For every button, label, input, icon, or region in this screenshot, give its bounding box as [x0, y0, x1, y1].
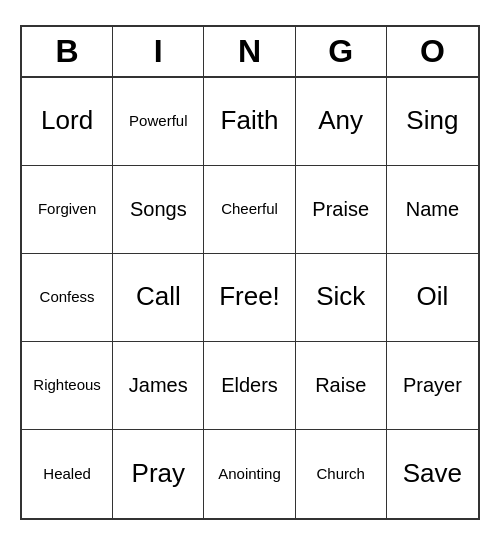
- bingo-cell: Confess: [22, 254, 113, 342]
- cell-text: Praise: [312, 197, 369, 221]
- bingo-cell: Call: [113, 254, 204, 342]
- bingo-cell: Name: [387, 166, 478, 254]
- header-letter: I: [113, 27, 204, 76]
- bingo-cell: Save: [387, 430, 478, 518]
- cell-text: Forgiven: [38, 200, 96, 218]
- bingo-cell: Pray: [113, 430, 204, 518]
- cell-text: Powerful: [129, 112, 187, 130]
- bingo-cell: Elders: [204, 342, 295, 430]
- bingo-cell: Lord: [22, 78, 113, 166]
- cell-text: Free!: [219, 281, 280, 312]
- cell-text: Sing: [406, 105, 458, 136]
- bingo-grid: LordPowerfulFaithAnySingForgivenSongsChe…: [22, 78, 478, 518]
- bingo-cell: James: [113, 342, 204, 430]
- cell-text: Anointing: [218, 465, 281, 483]
- cell-text: Any: [318, 105, 363, 136]
- cell-text: James: [129, 373, 188, 397]
- header-letter: N: [204, 27, 295, 76]
- cell-text: Righteous: [33, 376, 101, 394]
- bingo-cell: Praise: [296, 166, 387, 254]
- bingo-cell: Faith: [204, 78, 295, 166]
- bingo-cell: Any: [296, 78, 387, 166]
- cell-text: Church: [317, 465, 365, 483]
- bingo-cell: Sing: [387, 78, 478, 166]
- cell-text: Lord: [41, 105, 93, 136]
- bingo-cell: Healed: [22, 430, 113, 518]
- bingo-cell: Sick: [296, 254, 387, 342]
- bingo-header: BINGO: [22, 27, 478, 78]
- bingo-cell: Songs: [113, 166, 204, 254]
- cell-text: Faith: [221, 105, 279, 136]
- bingo-cell: Cheerful: [204, 166, 295, 254]
- cell-text: Healed: [43, 465, 91, 483]
- bingo-cell: Oil: [387, 254, 478, 342]
- bingo-cell: Powerful: [113, 78, 204, 166]
- cell-text: Oil: [417, 281, 449, 312]
- bingo-cell: Righteous: [22, 342, 113, 430]
- cell-text: Save: [403, 458, 462, 489]
- cell-text: Call: [136, 281, 181, 312]
- cell-text: Confess: [40, 288, 95, 306]
- cell-text: Raise: [315, 373, 366, 397]
- cell-text: Songs: [130, 197, 187, 221]
- cell-text: Name: [406, 197, 459, 221]
- bingo-card: BINGO LordPowerfulFaithAnySingForgivenSo…: [20, 25, 480, 520]
- header-letter: G: [296, 27, 387, 76]
- cell-text: Sick: [316, 281, 365, 312]
- bingo-cell: Free!: [204, 254, 295, 342]
- bingo-cell: Raise: [296, 342, 387, 430]
- cell-text: Prayer: [403, 373, 462, 397]
- bingo-cell: Forgiven: [22, 166, 113, 254]
- bingo-cell: Prayer: [387, 342, 478, 430]
- cell-text: Elders: [221, 373, 278, 397]
- cell-text: Pray: [132, 458, 185, 489]
- cell-text: Cheerful: [221, 200, 278, 218]
- bingo-cell: Anointing: [204, 430, 295, 518]
- header-letter: B: [22, 27, 113, 76]
- bingo-cell: Church: [296, 430, 387, 518]
- header-letter: O: [387, 27, 478, 76]
